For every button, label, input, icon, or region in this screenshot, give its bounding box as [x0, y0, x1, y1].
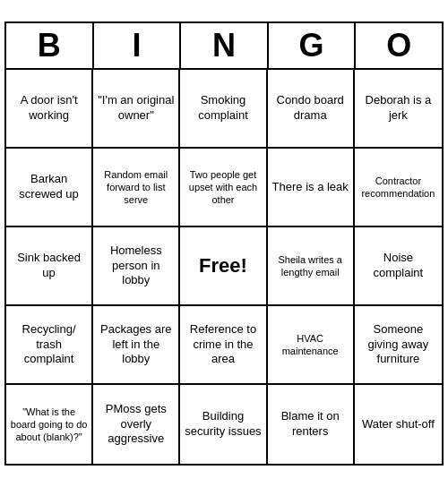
- header-letter-b: B: [6, 23, 94, 68]
- bingo-cell-4: Condo board drama: [268, 70, 355, 149]
- bingo-cell-7: Random email forward to list serve: [93, 149, 180, 227]
- bingo-cell-20: Someone giving away furniture: [355, 306, 442, 385]
- bingo-cell-25: Water shut-off: [355, 385, 442, 464]
- bingo-cell-15: Noise complaint: [355, 227, 442, 306]
- bingo-cell-6: Barkan screwed up: [6, 149, 93, 227]
- bingo-cell-11: Sink backed up: [6, 227, 93, 306]
- bingo-cell-8: Two people get upset with each other: [180, 149, 267, 227]
- bingo-cell-16: Recycling/ trash complaint: [6, 306, 93, 385]
- bingo-cell-22: PMoss gets overly aggressive: [93, 385, 180, 464]
- bingo-cell-19: HVAC maintenance: [268, 306, 355, 385]
- header-letter-n: N: [181, 23, 269, 68]
- header-letter-g: G: [269, 23, 357, 68]
- bingo-cell-24: Blame it on renters: [268, 385, 355, 464]
- bingo-cell-18: Reference to crime in the area: [180, 306, 267, 385]
- header-letter-o: O: [356, 23, 442, 68]
- header-letter-i: I: [94, 23, 182, 68]
- bingo-cell-9: There is a leak: [268, 149, 355, 227]
- bingo-cell-23: Building security issues: [180, 385, 267, 464]
- bingo-cell-17: Packages are left in the lobby: [93, 306, 180, 385]
- bingo-cell-12: Homeless person in lobby: [93, 227, 180, 306]
- bingo-cell-21: "What is the board going to do about (bl…: [6, 385, 93, 464]
- bingo-grid: A door isn't working"I'm an original own…: [6, 70, 442, 464]
- bingo-header: BINGO: [6, 23, 442, 70]
- bingo-cell-1: A door isn't working: [6, 70, 93, 149]
- bingo-cell-3: Smoking complaint: [180, 70, 267, 149]
- bingo-card: BINGO A door isn't working"I'm an origin…: [4, 21, 444, 466]
- bingo-cell-2: "I'm an original owner": [93, 70, 180, 149]
- bingo-cell-13: Free!: [180, 227, 267, 306]
- bingo-cell-14: Sheila writes a lengthy email: [268, 227, 355, 306]
- bingo-cell-10: Contractor recommendation: [355, 149, 442, 227]
- bingo-cell-5: Deborah is a jerk: [355, 70, 442, 149]
